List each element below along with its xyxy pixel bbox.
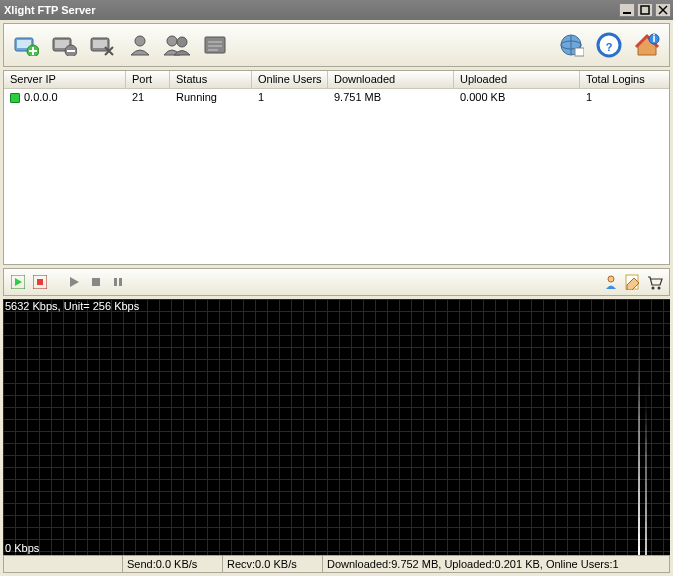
svg-rect-1 — [641, 6, 649, 14]
stop-button[interactable] — [88, 274, 104, 290]
col-downloaded[interactable]: Downloaded — [328, 71, 454, 88]
svg-rect-34 — [114, 278, 117, 286]
server-options-button[interactable] — [86, 29, 118, 61]
svg-point-36 — [608, 276, 614, 282]
svg-rect-33 — [92, 278, 100, 286]
maximize-button[interactable] — [637, 3, 653, 17]
status-send: Send:0.0 KB/s — [123, 555, 223, 573]
col-online-users[interactable]: Online Users — [252, 71, 328, 88]
home-button[interactable]: i — [631, 29, 663, 61]
svg-point-15 — [135, 36, 145, 46]
cell-status: Running — [170, 89, 252, 105]
svg-point-39 — [658, 287, 661, 290]
remove-server-button[interactable] — [48, 29, 80, 61]
server-list: Server IP Port Status Online Users Downl… — [3, 70, 670, 265]
cell-logins: 1 — [580, 89, 662, 105]
status-bar: Send:0.0 KB/s Recv:0.0 KB/s Downloaded:9… — [3, 555, 670, 573]
add-server-button[interactable] — [10, 29, 42, 61]
current-user-icon[interactable] — [603, 274, 619, 290]
svg-rect-25 — [575, 48, 584, 56]
user-button[interactable] — [124, 29, 156, 61]
server-status-icon — [10, 93, 20, 103]
svg-text:?: ? — [606, 41, 613, 53]
svg-rect-14 — [93, 40, 107, 48]
svg-rect-32 — [37, 279, 43, 285]
status-recv: Recv:0.0 KB/s — [223, 555, 323, 573]
status-summary: Downloaded:9.752 MB, Uploaded:0.201 KB, … — [323, 555, 670, 573]
start-server-button[interactable] — [10, 274, 26, 290]
title-bar: Xlight FTP Server — [0, 0, 673, 20]
server-list-header: Server IP Port Status Online Users Downl… — [4, 71, 669, 89]
help-button[interactable]: ? — [593, 29, 625, 61]
svg-text:i: i — [652, 32, 655, 44]
main-toolbar: ? i — [3, 23, 670, 67]
server-row[interactable]: 0.0.0.0 21 Running 1 9.751 MB 0.000 KB 1 — [4, 89, 669, 105]
col-uploaded[interactable]: Uploaded — [454, 71, 580, 88]
graph-bottom-label: 0 Kbps — [5, 542, 39, 554]
log-view-button[interactable] — [200, 29, 232, 61]
cell-ip-text: 0.0.0.0 — [24, 91, 58, 103]
col-status[interactable]: Status — [170, 71, 252, 88]
cell-ip: 0.0.0.0 — [4, 89, 126, 105]
col-port[interactable]: Port — [126, 71, 170, 88]
col-server-ip[interactable]: Server IP — [4, 71, 126, 88]
window-title: Xlight FTP Server — [4, 4, 617, 16]
svg-point-16 — [167, 36, 177, 46]
svg-point-38 — [652, 287, 655, 290]
cell-uploaded: 0.000 KB — [454, 89, 580, 105]
status-cell-blank — [3, 555, 123, 573]
edit-icon[interactable] — [625, 274, 641, 290]
cell-port: 21 — [126, 89, 170, 105]
close-button[interactable] — [655, 3, 671, 17]
pause-button[interactable] — [110, 274, 126, 290]
col-total-logins[interactable]: Total Logins — [580, 71, 662, 88]
svg-rect-35 — [119, 278, 122, 286]
server-list-body[interactable]: 0.0.0.0 21 Running 1 9.751 MB 0.000 KB 1 — [4, 89, 669, 264]
cell-online: 1 — [252, 89, 328, 105]
globe-button[interactable] — [555, 29, 587, 61]
cell-downloaded: 9.751 MB — [328, 89, 454, 105]
svg-point-17 — [177, 37, 187, 47]
play-button[interactable] — [66, 274, 82, 290]
graph-grid — [3, 299, 670, 555]
stop-server-button[interactable] — [32, 274, 48, 290]
graph-top-label: 5632 Kbps, Unit= 256 Kbps — [5, 300, 139, 312]
minimize-button[interactable] — [619, 3, 635, 17]
control-bar — [3, 268, 670, 296]
cart-icon[interactable] — [647, 274, 663, 290]
bandwidth-graph: 5632 Kbps, Unit= 256 Kbps 0 Kbps — [3, 299, 670, 555]
svg-rect-18 — [205, 37, 225, 53]
users-group-button[interactable] — [162, 29, 194, 61]
